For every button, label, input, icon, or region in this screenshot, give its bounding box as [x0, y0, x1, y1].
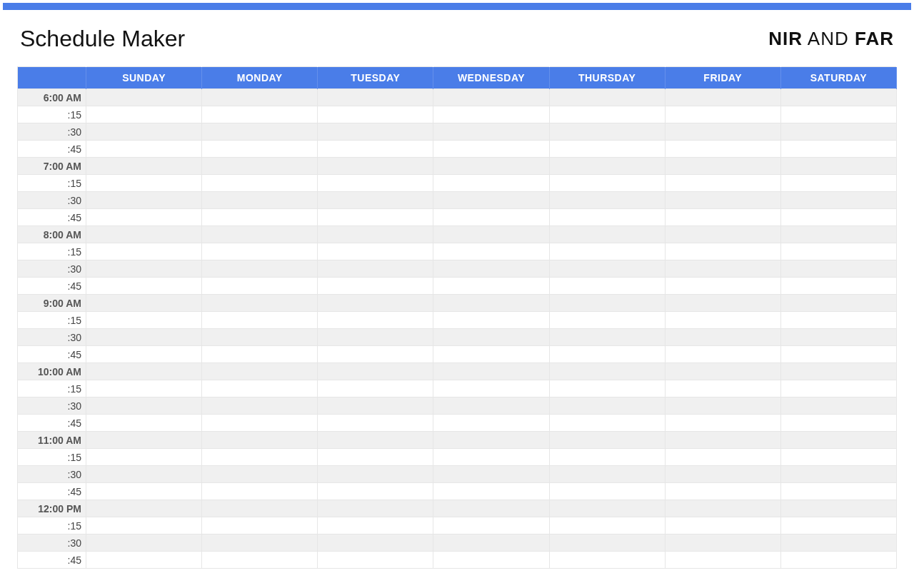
schedule-cell[interactable] — [433, 209, 549, 226]
schedule-cell[interactable] — [780, 260, 896, 278]
schedule-cell[interactable] — [433, 141, 549, 158]
schedule-cell[interactable] — [549, 552, 665, 569]
schedule-cell[interactable] — [433, 483, 549, 500]
schedule-cell[interactable] — [318, 278, 433, 295]
schedule-cell[interactable] — [318, 158, 433, 175]
schedule-cell[interactable] — [780, 500, 896, 517]
schedule-cell[interactable] — [318, 346, 433, 363]
schedule-cell[interactable] — [318, 260, 433, 278]
schedule-cell[interactable] — [665, 449, 780, 466]
schedule-cell[interactable] — [318, 329, 433, 346]
schedule-cell[interactable] — [86, 432, 202, 449]
schedule-cell[interactable] — [549, 123, 665, 141]
schedule-cell[interactable] — [318, 432, 433, 449]
schedule-cell[interactable] — [780, 449, 896, 466]
schedule-cell[interactable] — [318, 312, 433, 329]
schedule-cell[interactable] — [780, 106, 896, 123]
schedule-cell[interactable] — [86, 466, 202, 483]
schedule-cell[interactable] — [318, 192, 433, 209]
schedule-cell[interactable] — [549, 517, 665, 534]
schedule-cell[interactable] — [433, 192, 549, 209]
schedule-cell[interactable] — [202, 432, 318, 449]
schedule-cell[interactable] — [665, 517, 780, 534]
schedule-cell[interactable] — [780, 192, 896, 209]
schedule-cell[interactable] — [549, 500, 665, 517]
schedule-cell[interactable] — [780, 346, 896, 363]
schedule-cell[interactable] — [665, 106, 780, 123]
schedule-cell[interactable] — [433, 380, 549, 397]
schedule-cell[interactable] — [549, 363, 665, 380]
schedule-cell[interactable] — [780, 209, 896, 226]
schedule-cell[interactable] — [318, 415, 433, 432]
schedule-cell[interactable] — [318, 106, 433, 123]
schedule-cell[interactable] — [665, 534, 780, 552]
schedule-cell[interactable] — [433, 466, 549, 483]
schedule-cell[interactable] — [318, 517, 433, 534]
schedule-cell[interactable] — [665, 483, 780, 500]
schedule-cell[interactable] — [433, 106, 549, 123]
schedule-cell[interactable] — [549, 397, 665, 415]
schedule-cell[interactable] — [665, 278, 780, 295]
schedule-cell[interactable] — [549, 449, 665, 466]
schedule-cell[interactable] — [202, 209, 318, 226]
schedule-cell[interactable] — [318, 243, 433, 260]
schedule-cell[interactable] — [780, 226, 896, 243]
schedule-cell[interactable] — [549, 243, 665, 260]
schedule-cell[interactable] — [318, 175, 433, 192]
schedule-cell[interactable] — [318, 363, 433, 380]
schedule-cell[interactable] — [665, 312, 780, 329]
schedule-cell[interactable] — [202, 175, 318, 192]
schedule-cell[interactable] — [665, 158, 780, 175]
schedule-cell[interactable] — [202, 500, 318, 517]
schedule-cell[interactable] — [86, 226, 202, 243]
schedule-cell[interactable] — [86, 534, 202, 552]
schedule-cell[interactable] — [549, 226, 665, 243]
schedule-cell[interactable] — [202, 295, 318, 312]
schedule-cell[interactable] — [202, 466, 318, 483]
schedule-cell[interactable] — [86, 500, 202, 517]
schedule-cell[interactable] — [780, 534, 896, 552]
schedule-cell[interactable] — [318, 209, 433, 226]
schedule-cell[interactable] — [780, 295, 896, 312]
schedule-cell[interactable] — [86, 192, 202, 209]
schedule-cell[interactable] — [665, 346, 780, 363]
schedule-cell[interactable] — [433, 363, 549, 380]
schedule-cell[interactable] — [202, 397, 318, 415]
schedule-cell[interactable] — [665, 260, 780, 278]
schedule-cell[interactable] — [318, 449, 433, 466]
schedule-cell[interactable] — [86, 141, 202, 158]
schedule-cell[interactable] — [86, 517, 202, 534]
schedule-cell[interactable] — [665, 552, 780, 569]
schedule-cell[interactable] — [780, 483, 896, 500]
schedule-cell[interactable] — [318, 500, 433, 517]
schedule-cell[interactable] — [665, 141, 780, 158]
schedule-cell[interactable] — [202, 89, 318, 106]
schedule-cell[interactable] — [549, 295, 665, 312]
schedule-cell[interactable] — [665, 192, 780, 209]
schedule-cell[interactable] — [318, 89, 433, 106]
schedule-cell[interactable] — [86, 552, 202, 569]
schedule-cell[interactable] — [433, 500, 549, 517]
schedule-cell[interactable] — [318, 552, 433, 569]
schedule-cell[interactable] — [549, 158, 665, 175]
schedule-cell[interactable] — [202, 226, 318, 243]
schedule-cell[interactable] — [433, 89, 549, 106]
schedule-cell[interactable] — [86, 89, 202, 106]
schedule-cell[interactable] — [202, 278, 318, 295]
schedule-cell[interactable] — [433, 175, 549, 192]
schedule-cell[interactable] — [86, 158, 202, 175]
schedule-cell[interactable] — [202, 483, 318, 500]
schedule-cell[interactable] — [318, 534, 433, 552]
schedule-cell[interactable] — [202, 363, 318, 380]
schedule-cell[interactable] — [780, 175, 896, 192]
schedule-cell[interactable] — [780, 380, 896, 397]
schedule-cell[interactable] — [549, 466, 665, 483]
schedule-cell[interactable] — [665, 329, 780, 346]
schedule-cell[interactable] — [202, 123, 318, 141]
schedule-cell[interactable] — [433, 312, 549, 329]
schedule-cell[interactable] — [665, 363, 780, 380]
schedule-cell[interactable] — [318, 380, 433, 397]
schedule-cell[interactable] — [433, 123, 549, 141]
schedule-cell[interactable] — [86, 278, 202, 295]
schedule-cell[interactable] — [549, 483, 665, 500]
